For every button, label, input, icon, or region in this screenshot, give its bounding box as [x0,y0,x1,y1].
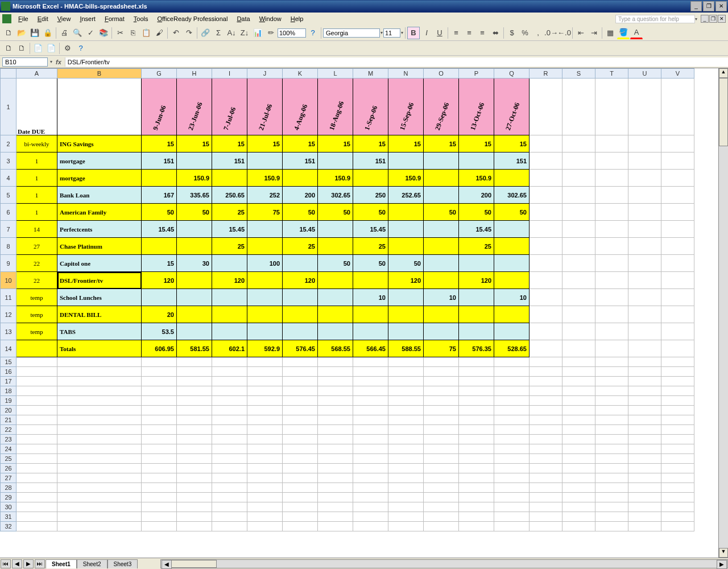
copy-button[interactable]: ⎘ [127,27,139,39]
pdf-btn2[interactable]: 🗋 [15,42,28,55]
cell-J7[interactable] [247,221,283,238]
hyperlink-button[interactable]: 🔗 [199,27,212,39]
cell-J6[interactable]: 75 [247,204,283,221]
row-header-1[interactable]: 1 [1,79,16,135]
dec-indent-button[interactable]: ⇤ [574,27,587,39]
cell-B13[interactable]: TABS [57,323,142,340]
cell-B6[interactable]: American Family [57,204,142,221]
cell-Q5[interactable]: 302.65 [494,187,530,204]
pdf-btn5[interactable]: ⚙ [61,42,74,55]
cell-A14[interactable] [16,340,57,357]
cell-A11[interactable]: temp [16,289,57,306]
row-header-15[interactable]: 15 [1,357,16,367]
inc-indent-button[interactable]: ⇥ [588,27,600,39]
menu-edit[interactable]: Edit [33,14,53,23]
row-header-30[interactable]: 30 [1,502,16,512]
tab-prev-button[interactable]: ◀ [12,559,22,568]
cell-H10[interactable] [177,272,212,289]
name-box[interactable] [2,57,48,67]
help-button[interactable]: ? [307,27,319,39]
font-name-input[interactable] [323,28,380,38]
cell-H9[interactable]: 30 [177,255,212,272]
borders-button[interactable]: ▦ [604,27,617,39]
row-header-18[interactable]: 18 [1,386,16,396]
cell-G6[interactable]: 50 [142,204,177,221]
col-header-R[interactable]: R [530,69,562,79]
minimize-button[interactable]: _ [690,1,702,11]
cell-Q14[interactable]: 528.65 [494,340,530,357]
cell-J8[interactable] [247,238,283,255]
cell-M4[interactable] [353,170,388,187]
cell-N4[interactable]: 150.9 [388,170,424,187]
cell-O8[interactable] [424,238,459,255]
cell-P2[interactable]: 15 [459,135,494,152]
hscroll-right-button[interactable]: ▶ [717,560,727,569]
cell-B2[interactable]: ING Savings [57,135,142,152]
cell-G14[interactable]: 606.95 [142,340,177,357]
cell-B11[interactable]: School Lunches [57,289,142,306]
cell-I9[interactable] [212,255,247,272]
row-header-29[interactable]: 29 [1,493,16,502]
cell-J4[interactable]: 150.9 [247,170,283,187]
close-button[interactable]: ✕ [715,1,727,11]
col-header-L[interactable]: L [318,69,353,79]
restore-button[interactable]: ❐ [703,1,714,11]
date-header-1[interactable]: 23-Jun-06 [177,79,212,135]
cell-O3[interactable] [424,152,459,170]
row-header-26[interactable]: 26 [1,464,16,473]
inc-decimal-button[interactable]: .0→ [545,27,557,39]
cell-B1[interactable] [57,79,142,135]
cell-K7[interactable]: 15.45 [283,221,318,238]
print-button[interactable]: 🖨 [58,27,71,39]
preview-button[interactable]: 🔍 [71,27,84,39]
cell-B7[interactable]: Perfectcents [57,221,142,238]
cell-G10[interactable]: 120 [142,272,177,289]
cell-L14[interactable]: 568.55 [318,340,353,357]
cell-P7[interactable]: 15.45 [459,221,494,238]
cell-H8[interactable] [177,238,212,255]
cell-H6[interactable]: 50 [177,204,212,221]
cell-H4[interactable]: 150.9 [177,170,212,187]
cell-G7[interactable]: 15.45 [142,221,177,238]
row-header-31[interactable]: 31 [1,512,16,522]
sheet-tab-3[interactable]: Sheet3 [107,559,138,568]
cell-Q7[interactable] [494,221,530,238]
cell-B3[interactable]: mortgage [57,152,142,170]
cell-O12[interactable] [424,306,459,323]
row-header-21[interactable]: 21 [1,415,16,425]
permission-button[interactable]: 🔒 [42,27,54,39]
cell-H11[interactable] [177,289,212,306]
pdf-btn6[interactable]: ? [75,42,87,55]
cell-H12[interactable] [177,306,212,323]
cell-M3[interactable]: 151 [353,152,388,170]
col-header-J[interactable]: J [247,69,283,79]
menu-tools[interactable]: Tools [129,14,153,23]
cell-J3[interactable] [247,152,283,170]
pdf-btn3[interactable]: 📄 [32,42,44,55]
cell-P6[interactable]: 50 [459,204,494,221]
fill-color-button[interactable]: 🪣 [617,27,630,39]
cell-K2[interactable]: 15 [283,135,318,152]
cell-B14[interactable]: Totals [57,340,142,357]
row-header-4[interactable]: 4 [1,170,16,187]
cell-G8[interactable] [142,238,177,255]
research-button[interactable]: 📚 [97,27,110,39]
cell-A7[interactable]: 14 [16,221,57,238]
date-header-7[interactable]: 15-Sep-06 [388,79,424,135]
undo-button[interactable]: ↶ [169,27,182,39]
date-header-5[interactable]: 18-Aug-06 [318,79,353,135]
cell-G2[interactable]: 15 [142,135,177,152]
cell-N3[interactable] [388,152,424,170]
cell-K11[interactable] [283,289,318,306]
cell-I3[interactable]: 151 [212,152,247,170]
cell-L3[interactable] [318,152,353,170]
menu-insert[interactable]: Insert [75,14,100,23]
row-header-12[interactable]: 12 [1,306,16,323]
cell-A1[interactable]: Date DUE [16,79,57,135]
cell-I6[interactable]: 25 [212,204,247,221]
horizontal-scrollbar[interactable]: ◀ ▶ [160,559,728,568]
cell-P10[interactable]: 120 [459,272,494,289]
row-header-11[interactable]: 11 [1,289,16,306]
redo-button[interactable]: ↷ [183,27,195,39]
hscroll-thumb[interactable] [171,560,217,568]
